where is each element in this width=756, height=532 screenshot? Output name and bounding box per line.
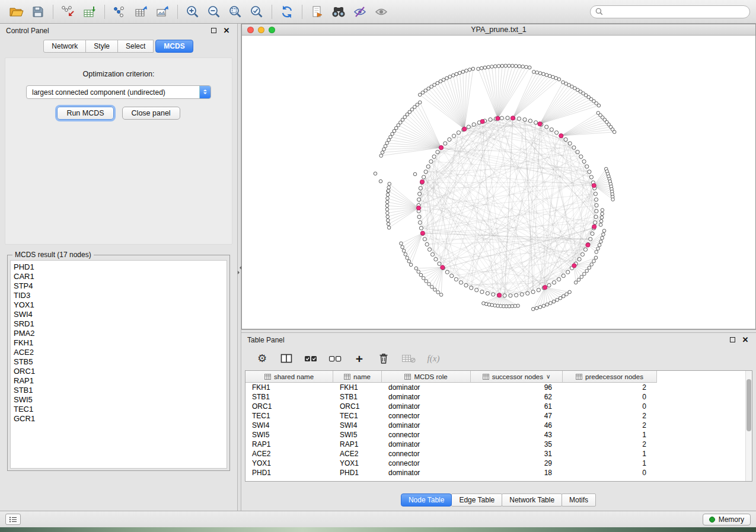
panel-splitter[interactable] — [237, 24, 241, 511]
tab-network[interactable]: Network — [43, 40, 86, 53]
tab-motifs[interactable]: Motifs — [562, 493, 596, 507]
show-columns-button[interactable] — [280, 351, 293, 366]
cell-mcds-role[interactable]: dominator — [382, 440, 471, 449]
cell-mcds-role[interactable]: connector — [382, 449, 471, 459]
cell-successor-nodes[interactable]: 62 — [471, 392, 563, 402]
result-node[interactable]: SWI4 — [14, 310, 227, 319]
result-node[interactable]: PMA2 — [14, 329, 227, 338]
tab-style[interactable]: Style — [85, 40, 118, 53]
cell-predecessor-nodes[interactable]: 1 — [563, 449, 657, 459]
cell-predecessor-nodes[interactable]: 2 — [563, 411, 657, 421]
scrollbar-thumb[interactable] — [747, 379, 751, 431]
cell-predecessor-nodes[interactable]: 2 — [563, 421, 657, 430]
zoom-selected-button[interactable] — [246, 2, 267, 21]
cell-shared-name[interactable]: STB1 — [245, 392, 333, 402]
open-session-button[interactable] — [6, 2, 27, 21]
cell-successor-nodes[interactable]: 31 — [471, 449, 563, 459]
cell-shared-name[interactable]: ACE2 — [245, 449, 333, 459]
delete-column-button[interactable] — [377, 351, 390, 366]
cell-successor-nodes[interactable]: 43 — [471, 430, 563, 440]
table-row[interactable]: FKH1 FKH1 dominator 96 2 — [245, 383, 657, 392]
close-panel-button[interactable]: ✕ — [222, 26, 231, 36]
network-graph[interactable] — [242, 36, 755, 329]
splitter-handle-icon[interactable] — [238, 264, 241, 277]
cell-successor-nodes[interactable]: 35 — [471, 440, 563, 449]
mcds-result-list[interactable]: PHD1 CAR1 STP4 TID3 YOX1 SWI4 SRD1 PMA2 … — [10, 260, 227, 469]
cell-successor-nodes[interactable]: 29 — [471, 459, 563, 468]
table-scrollbar[interactable] — [745, 371, 752, 481]
cell-predecessor-nodes[interactable]: 1 — [563, 430, 657, 440]
criterion-dropdown[interactable]: largest connected component (undirected) — [26, 85, 211, 99]
result-node[interactable]: ACE2 — [14, 348, 227, 357]
network-canvas[interactable] — [242, 36, 755, 329]
cell-name[interactable]: SWI4 — [333, 421, 382, 430]
cell-shared-name[interactable]: YOX1 — [245, 459, 333, 468]
zoom-window-button[interactable] — [269, 27, 275, 33]
cell-name[interactable]: SWI5 — [333, 430, 382, 440]
tab-mcds[interactable]: MCDS — [155, 40, 193, 53]
cell-shared-name[interactable]: SWI5 — [245, 430, 333, 440]
cell-name[interactable]: FKH1 — [333, 383, 382, 392]
table-row[interactable]: SWI4 SWI4 dominator 46 2 — [245, 421, 657, 430]
cell-name[interactable]: RAP1 — [333, 440, 382, 449]
cell-mcds-role[interactable]: dominator — [382, 468, 471, 477]
cell-successor-nodes[interactable]: 18 — [471, 468, 563, 477]
cell-name[interactable]: PHD1 — [333, 468, 382, 477]
close-table-panel-button[interactable]: ✕ — [741, 335, 750, 345]
cell-mcds-role[interactable]: dominator — [382, 392, 471, 402]
result-node[interactable]: STB1 — [14, 386, 227, 395]
deselect-all-button[interactable] — [328, 351, 342, 366]
search-network-button[interactable] — [328, 2, 349, 21]
column-header-predecessor-nodes[interactable]: predecessor nodes — [563, 371, 657, 383]
search-input[interactable] — [606, 8, 745, 16]
table-row[interactable]: SWI5 SWI5 connector 43 1 — [245, 430, 657, 440]
cell-mcds-role[interactable]: connector — [382, 430, 471, 440]
float-table-panel-button[interactable] — [728, 335, 737, 345]
cell-name[interactable]: STB1 — [333, 392, 382, 402]
close-window-button[interactable] — [247, 27, 254, 33]
show-all-button[interactable] — [371, 2, 392, 21]
float-panel-button[interactable] — [209, 26, 218, 36]
task-history-button[interactable] — [5, 514, 21, 525]
hide-selected-button[interactable] — [349, 2, 371, 21]
cell-predecessor-nodes[interactable]: 2 — [563, 383, 657, 392]
result-node[interactable]: FKH1 — [14, 338, 227, 348]
cell-shared-name[interactable]: FKH1 — [245, 383, 333, 392]
cell-successor-nodes[interactable]: 96 — [471, 383, 563, 392]
cell-successor-nodes[interactable]: 46 — [471, 421, 563, 430]
column-header-mcds-role[interactable]: MCDS role — [382, 371, 471, 383]
cell-name[interactable]: ORC1 — [333, 402, 382, 411]
import-network-button[interactable] — [58, 2, 79, 21]
apply-layout-button[interactable] — [276, 2, 298, 21]
cell-shared-name[interactable]: RAP1 — [245, 440, 333, 449]
cell-successor-nodes[interactable]: 61 — [471, 402, 563, 411]
column-header-shared-name[interactable]: shared name — [245, 371, 333, 383]
select-all-button[interactable] — [304, 351, 317, 366]
result-node[interactable]: RAP1 — [14, 376, 227, 386]
tab-select[interactable]: Select — [117, 40, 154, 53]
cell-predecessor-nodes[interactable]: 0 — [563, 392, 657, 402]
result-node[interactable]: GCR1 — [14, 414, 227, 424]
import-table-button[interactable] — [79, 2, 100, 21]
run-mcds-button[interactable]: Run MCDS — [57, 107, 113, 120]
cell-shared-name[interactable]: TEC1 — [245, 411, 333, 421]
result-node[interactable]: TID3 — [14, 291, 227, 300]
cell-predecessor-nodes[interactable]: 1 — [563, 459, 657, 468]
minimize-window-button[interactable] — [258, 27, 264, 33]
result-node[interactable]: STP4 — [14, 281, 227, 291]
cell-mcds-role[interactable]: dominator — [382, 383, 471, 392]
cell-mcds-role[interactable]: dominator — [382, 402, 471, 411]
cell-successor-nodes[interactable]: 47 — [471, 411, 563, 421]
cell-mcds-role[interactable]: dominator — [382, 421, 471, 430]
table-row[interactable]: RAP1 RAP1 dominator 35 2 — [245, 440, 657, 449]
clear-table-button-disabled[interactable] — [401, 351, 416, 366]
search-box[interactable] — [590, 5, 750, 18]
cell-predecessor-nodes[interactable]: 0 — [563, 402, 657, 411]
result-node[interactable]: TEC1 — [14, 405, 227, 414]
result-node[interactable]: PHD1 — [14, 262, 227, 272]
page-share-button[interactable] — [307, 2, 328, 21]
memory-button[interactable]: Memory — [703, 514, 751, 525]
save-session-button[interactable] — [27, 2, 49, 21]
cell-predecessor-nodes[interactable]: 2 — [563, 440, 657, 449]
cell-predecessor-nodes[interactable]: 0 — [563, 468, 657, 477]
